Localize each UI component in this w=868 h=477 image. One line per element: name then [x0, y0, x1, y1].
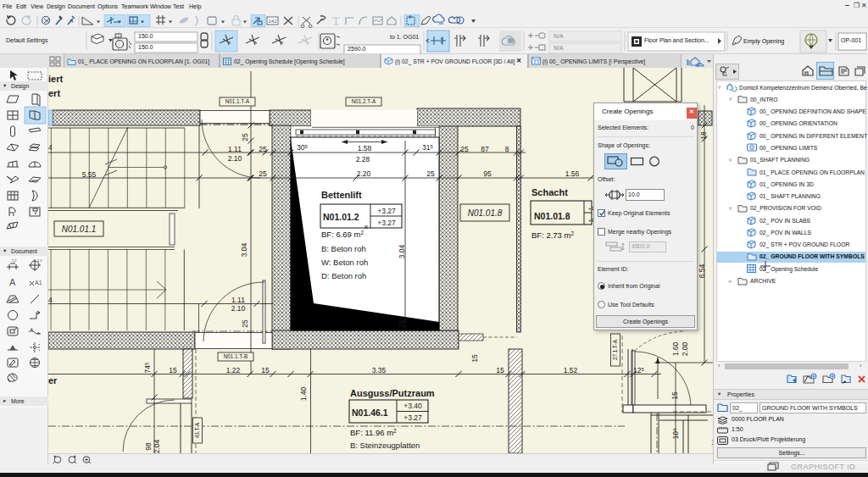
svg-text:Schacht: Schacht: [531, 187, 568, 197]
svg-text:×: ×: [364, 223, 368, 231]
svg-text:BF: 2.73 m2: BF: 2.73 m2: [531, 230, 574, 240]
svg-text:1.40: 1.40: [299, 386, 308, 401]
svg-text:1.56: 1.56: [565, 169, 580, 178]
svg-text:87: 87: [481, 145, 489, 153]
svg-text:15: 15: [496, 366, 504, 374]
svg-text:25: 25: [460, 145, 469, 153]
svg-text:6.54: 6.54: [698, 263, 706, 278]
svg-text:N01.01.1: N01.01.1: [62, 225, 97, 234]
svg-text:BF: 6.69 m2: BF: 6.69 m2: [321, 230, 364, 239]
svg-text:4: 4: [48, 296, 53, 304]
svg-text:N01.1.T-B: N01.1.T-B: [224, 353, 248, 359]
svg-text:+3.40: +3.40: [403, 402, 422, 410]
svg-text:18: 18: [699, 131, 708, 140]
svg-text:95: 95: [483, 169, 492, 178]
svg-text:D: Beton roh: D: Beton roh: [321, 271, 366, 280]
svg-text:N01.01.8: N01.01.8: [468, 208, 503, 218]
svg-text:B: Steinzeugplatten: B: Steinzeugplatten: [350, 441, 420, 450]
svg-text:8: 8: [505, 145, 509, 153]
svg-text:98: 98: [144, 442, 153, 451]
svg-text:25: 25: [426, 169, 435, 178]
svg-text:1.11: 1.11: [231, 296, 245, 304]
svg-text:N01.2.T-A: N01.2.T-A: [352, 98, 376, 104]
svg-text:A: A: [9, 277, 16, 287]
svg-text:N01.01.8: N01.01.8: [534, 211, 570, 221]
svg-text:3.04: 3.04: [398, 244, 406, 258]
svg-text:2.28: 2.28: [356, 155, 370, 164]
svg-text:15: 15: [470, 354, 479, 363]
svg-text:+3.27: +3.27: [403, 413, 422, 422]
svg-text:2.00: 2.00: [681, 341, 689, 356]
svg-text:Ausguss/Putzraum: Ausguss/Putzraum: [350, 388, 435, 398]
svg-text:+3.27: +3.27: [377, 207, 396, 215]
svg-text:2.20: 2.20: [357, 169, 371, 178]
svg-text:25: 25: [259, 145, 267, 153]
svg-text:1.11: 1.11: [228, 145, 242, 153]
svg-text:2.10: 2.10: [231, 304, 246, 313]
svg-text:iert: iert: [48, 74, 63, 84]
svg-text:25: 25: [259, 169, 267, 178]
svg-text:1.58: 1.58: [358, 144, 372, 153]
svg-text:er: er: [48, 375, 58, 385]
svg-text:1.2: 1.2: [37, 258, 42, 263]
svg-text:3.04: 3.04: [240, 242, 248, 257]
svg-text:4: 4: [48, 143, 53, 152]
svg-text:15: 15: [670, 391, 679, 400]
svg-text:W: Beton roh: W: Beton roh: [321, 258, 368, 267]
svg-text:25: 25: [241, 133, 249, 141]
svg-text:2.10: 2.10: [228, 154, 242, 163]
svg-text:27.1.T-A: 27.1.T-A: [612, 339, 618, 360]
svg-text:N01.01.2: N01.01.2: [323, 212, 359, 222]
svg-text:2.04: 2.04: [153, 439, 161, 453]
svg-text:A1: A1: [35, 280, 42, 286]
svg-text:1.52: 1.52: [564, 366, 578, 374]
svg-text:43.T-A: 43.T-A: [194, 422, 200, 438]
svg-text:15: 15: [261, 366, 270, 374]
svg-text:142: 142: [269, 19, 278, 24]
svg-text:BF: 11.96 m2: BF: 11.96 m2: [350, 428, 397, 437]
svg-text:3.35: 3.35: [372, 366, 387, 374]
svg-text:1.60: 1.60: [671, 341, 680, 356]
svg-text:ert: ert: [48, 88, 60, 98]
svg-text:N01.1.T-A: N01.1.T-A: [225, 98, 250, 104]
svg-text:5.55: 5.55: [82, 170, 97, 179]
svg-text:1.22: 1.22: [226, 366, 241, 374]
svg-text:B: Beton roh: B: Beton roh: [321, 244, 366, 253]
svg-text:25: 25: [398, 319, 406, 328]
svg-text:Bettenlift: Bettenlift: [321, 190, 362, 200]
svg-text:N01.46.1: N01.46.1: [352, 408, 388, 418]
svg-text:+3.27: +3.27: [377, 219, 396, 227]
svg-text:25: 25: [241, 319, 249, 328]
svg-text:1.2: 1.2: [12, 258, 17, 263]
svg-text:15: 15: [169, 366, 177, 374]
